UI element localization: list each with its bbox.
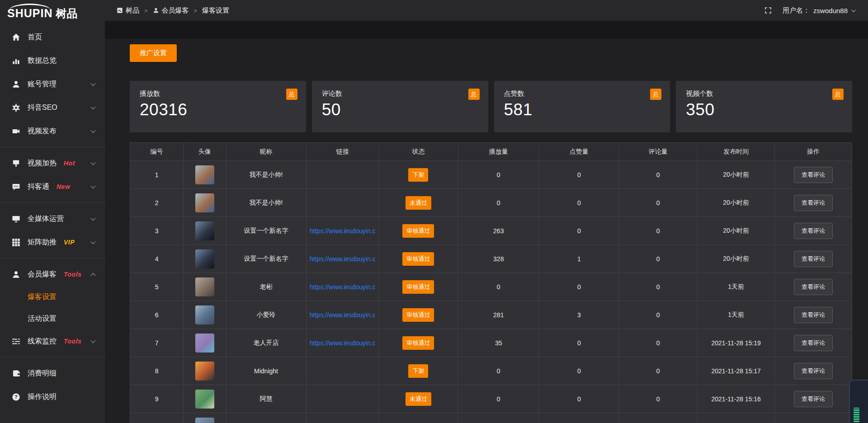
cell-nickname: 阿慧	[226, 385, 306, 413]
view-comments-button[interactable]: 查看评论	[794, 307, 833, 323]
cell-link[interactable]: https://www.iesdouyin.c	[306, 329, 379, 357]
brand-logo-suffix: 树品	[56, 8, 77, 19]
cell-action: 查看评论	[775, 273, 852, 301]
stat-value: 50	[322, 100, 478, 119]
cell-id: 9	[130, 385, 184, 413]
sidebar-item-7[interactable]: 抖客通New	[0, 175, 105, 198]
brand-logo: SHUPIN 树品	[0, 0, 105, 21]
sidebar-item-label: 线索监控	[28, 337, 57, 346]
user-menu[interactable]: 用户名：zswodun88	[783, 6, 854, 15]
avatar	[195, 418, 214, 423]
sidebar-item-tag: Tools	[64, 271, 81, 278]
videos-table: 编号头像昵称链接状态播放量点赞量评论量发布时间操作 1我不是小帅!下架00020…	[130, 142, 852, 423]
wallet-icon	[12, 369, 20, 378]
view-comments-button[interactable]: 查看评论	[794, 223, 833, 239]
column-header: 发布时间	[698, 143, 775, 161]
sidebar-item-6[interactable]: 视频加热Hot	[0, 151, 105, 175]
sidebar-item-3[interactable]: 账号管理	[0, 72, 105, 96]
column-header: 头像	[184, 143, 226, 161]
question-icon: ?	[12, 393, 20, 401]
cell-link[interactable]: https://www.iesdouyin.c	[306, 301, 379, 329]
breadcrumb-item[interactable]: 树品	[117, 6, 139, 15]
sidebar-item-label: 操作说明	[28, 392, 57, 402]
cell-link[interactable]: https://www.iesdouyin.c	[306, 217, 379, 245]
view-comments-button[interactable]: 查看评论	[794, 195, 833, 211]
sidebar-item-9[interactable]: 矩阵助推VIP	[0, 230, 105, 254]
sidebar-item-2[interactable]: 数据总览	[0, 49, 105, 72]
cell-link	[306, 161, 379, 189]
sidebar-item-10[interactable]: 会员爆客Tools	[0, 263, 105, 286]
cell-time	[698, 413, 775, 423]
chevron-down-icon	[90, 338, 95, 343]
sidebar-item-label: 抖客通	[28, 182, 49, 192]
breadcrumb-label: 会员爆客	[162, 6, 189, 15]
main-column: 树品>会员爆客>爆客设置 用户名：zswodun88 推广设置 播放数 2031…	[105, 0, 868, 423]
sidebar-item-11[interactable]: 线索监控Tools	[0, 329, 105, 353]
sidebar-item-8[interactable]: 全媒体运营	[0, 207, 105, 230]
cell-avatar	[184, 161, 226, 189]
chevron-up-icon	[90, 273, 95, 278]
cell-avatar	[184, 245, 226, 273]
table-row: 5老彬https://www.iesdouyin.c审核通过0001天前查看评论	[130, 273, 852, 301]
table-header-row: 编号头像昵称链接状态播放量点赞量评论量发布时间操作	[130, 143, 852, 161]
cell-nickname: 我不是小帅!	[226, 189, 306, 217]
status-badge: 审核通过	[402, 252, 434, 266]
cell-action: 查看评论	[775, 217, 852, 245]
column-header: 评论量	[619, 143, 698, 161]
chevron-down-icon	[90, 104, 95, 109]
cell-status: 审核通过	[379, 217, 458, 245]
cell-action: 查看评论	[775, 385, 852, 413]
cell-comments: 0	[619, 357, 698, 385]
cell-link[interactable]: https://www.iesdouyin.c	[306, 245, 379, 273]
breadcrumb-item[interactable]: 爆客设置	[202, 6, 229, 15]
view-comments-button[interactable]: 查看评论	[794, 335, 833, 351]
sidebar-item-1[interactable]: 首页	[0, 25, 105, 49]
cell-comments: 0	[619, 161, 698, 189]
table-row: 6小爱玲https://www.iesdouyin.c审核通过281301天前查…	[130, 301, 852, 329]
cell-likes: 0	[539, 385, 619, 413]
cell-nickname: 设置一个新名字	[226, 217, 306, 245]
breadcrumb-item[interactable]: 会员爆客	[153, 6, 189, 15]
stat-value: 350	[686, 100, 842, 119]
table-wrap: 编号头像昵称链接状态播放量点赞量评论量发布时间操作 1我不是小帅!下架00020…	[130, 142, 852, 423]
status-badge: 审核通过	[402, 336, 434, 350]
fullscreen-icon[interactable]	[764, 7, 772, 14]
table-row: 4设置一个新名字https://www.iesdouyin.c审核通过32810…	[130, 245, 852, 273]
sidebar-item-12[interactable]: 消费明细	[0, 362, 105, 385]
column-header: 编号	[130, 143, 184, 161]
cell-nickname	[226, 413, 306, 423]
view-comments-button[interactable]: 查看评论	[794, 391, 833, 407]
avatar	[195, 165, 214, 184]
cell-avatar	[184, 217, 226, 245]
monitor-icon	[12, 215, 20, 223]
chevron-down-icon	[90, 160, 95, 165]
cell-likes: 0	[539, 273, 619, 301]
view-comments-button[interactable]: 查看评论	[794, 279, 833, 295]
view-comments-button[interactable]: 查看评论	[794, 363, 833, 379]
sidebar-item-13[interactable]: ?操作说明	[0, 385, 105, 409]
sidebar-subitem-label: 爆客设置	[28, 292, 57, 302]
breadcrumb-separator: >	[144, 7, 148, 14]
cell-id: 7	[130, 329, 184, 357]
stat-label: 视频个数	[686, 89, 842, 98]
sidebar-subitem[interactable]: 活动设置	[0, 308, 105, 329]
app-root: SHUPIN 树品 首页数据总览账号管理抖音SEO视频发布视频加热Hot抖客通N…	[0, 0, 868, 423]
cell-likes: 0	[539, 217, 619, 245]
view-comments-button[interactable]: 查看评论	[794, 251, 833, 267]
cell-action: 查看评论	[775, 357, 852, 385]
chat-widget[interactable]	[849, 380, 868, 423]
cell-status: 下架	[379, 161, 458, 189]
stat-total-badge: 总	[286, 89, 297, 100]
view-comments-button[interactable]: 查看评论	[794, 167, 833, 183]
sidebar-item-label: 全媒体运营	[28, 214, 64, 224]
sidebar-subitem[interactable]: 爆客设置	[0, 286, 105, 308]
cell-plays: 0	[458, 385, 539, 413]
dashboard-icon	[117, 7, 123, 14]
sidebar-item-5[interactable]: 视频发布	[0, 119, 105, 143]
cell-id: 1	[130, 161, 184, 189]
member-icon	[12, 270, 20, 279]
sidebar-item-4[interactable]: 抖音SEO	[0, 96, 105, 119]
cell-nickname: 小爱玲	[226, 301, 306, 329]
cell-link[interactable]: https://www.iesdouyin.c	[306, 273, 379, 301]
promo-settings-button[interactable]: 推广设置	[130, 44, 177, 62]
